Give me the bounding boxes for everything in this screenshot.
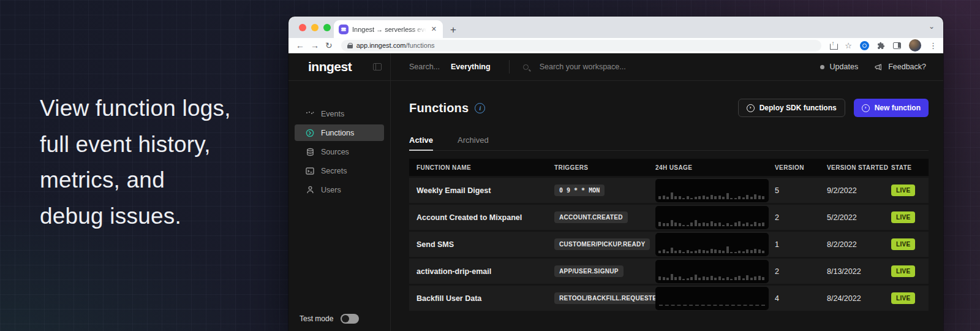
browser-menu-icon[interactable]: ⋮: [929, 41, 937, 50]
lock-icon[interactable]: [347, 43, 353, 48]
sources-database-icon: [306, 148, 314, 156]
sidebar-item-label: Events: [321, 110, 344, 118]
tab-archived[interactable]: Archived: [458, 135, 489, 150]
test-mode-row: Test mode: [288, 314, 390, 331]
test-mode-label: Test mode: [300, 314, 333, 323]
table-row[interactable]: Backfill User Data RETOOL/BACKFILL.REQUE…: [409, 284, 929, 311]
inngest-favicon-icon: [339, 25, 349, 34]
functions-icon: [306, 129, 314, 137]
col-triggers: TRIGGERS: [554, 164, 655, 171]
share-icon[interactable]: [830, 42, 837, 50]
trigger-badge: APP/USER.SIGNUP: [554, 265, 624, 277]
version-value: 4: [775, 294, 827, 303]
sidebar-item-secrets[interactable]: Secrets: [295, 161, 384, 180]
sidebar-nav: Events Functions Sources: [288, 81, 390, 314]
feedback-button[interactable]: Feedback?: [874, 63, 926, 71]
page-title: Functions: [409, 101, 469, 115]
secrets-terminal-icon: [306, 167, 314, 175]
zoom-window-button[interactable]: [323, 24, 331, 31]
table-row[interactable]: Account Created to Mixpanel ACCOUNT.CREA…: [409, 203, 929, 230]
version-started-value: 9/2/2022: [827, 186, 891, 195]
search-scope-selector[interactable]: Everything: [451, 63, 491, 71]
function-name[interactable]: Backfill User Data: [409, 294, 554, 303]
tab-close-icon[interactable]: ✕: [430, 25, 438, 33]
extensions-puzzle-icon[interactable]: [877, 42, 885, 50]
col-version: VERSION: [775, 164, 827, 171]
version-value: 5: [775, 186, 827, 195]
function-tabs: Active Archived: [409, 129, 929, 151]
version-started-value: 8/2/2022: [827, 240, 891, 249]
function-name[interactable]: activation-drip-email: [409, 267, 554, 276]
hero-text: View function logs, full event history, …: [40, 91, 231, 234]
sidebar-item-functions[interactable]: Functions: [295, 124, 384, 141]
circle-arrow-icon: ›: [862, 104, 870, 112]
function-name[interactable]: Send SMS: [409, 240, 554, 249]
table-header: FUNCTION NAME TRIGGERS 24H USAGE VERSION…: [409, 159, 929, 176]
live-state-badge: LIVE: [891, 292, 915, 304]
inngest-app: inngest Search... Everything Updates: [288, 53, 943, 331]
table-row[interactable]: activation-drip-email APP/USER.SIGNUP 2 …: [409, 257, 929, 284]
forward-icon[interactable]: →: [311, 41, 319, 50]
new-function-button[interactable]: › New function: [854, 99, 929, 117]
version-started-value: 8/13/2022: [827, 267, 891, 276]
sidebar-header: inngest: [288, 53, 391, 80]
minimize-window-button[interactable]: [311, 24, 318, 31]
address-bar[interactable]: app.inngest.com/functions: [341, 40, 822, 51]
info-icon[interactable]: i: [475, 103, 485, 113]
version-started-value: 8/24/2022: [827, 294, 891, 303]
back-icon[interactable]: ←: [296, 41, 304, 50]
deploy-button-label: Deploy SDK functions: [760, 104, 837, 112]
marketing-canvas: View function logs, full event history, …: [0, 0, 980, 331]
megaphone-icon: [874, 63, 883, 71]
sidebar: Events Functions Sources: [288, 81, 391, 331]
browser-tab-active[interactable]: Inngest → serverless event-dri ✕: [334, 20, 443, 38]
close-window-button[interactable]: [299, 24, 306, 31]
updates-label: Updates: [830, 63, 859, 71]
workspace-topbar: Search... Everything Updates: [391, 53, 943, 80]
password-manager-extension-icon[interactable]: [860, 41, 869, 50]
sidebar-item-sources[interactable]: Sources: [295, 142, 384, 161]
reload-icon[interactable]: ↻: [325, 41, 333, 50]
usage-sparkline-chart: [655, 260, 769, 283]
browser-toolbar: ← → ↻ app.inngest.com/functions ☆ ⋮: [288, 38, 943, 53]
hero-line: View function logs,: [40, 91, 231, 127]
sidebar-item-label: Secrets: [321, 167, 347, 175]
sidebar-item-events[interactable]: Events: [295, 104, 384, 123]
test-mode-toggle[interactable]: [341, 314, 359, 324]
col-version-started: VERSION STARTED: [827, 164, 891, 171]
users-person-icon: [306, 186, 314, 194]
deploy-sdk-functions-button[interactable]: › Deploy SDK functions: [738, 99, 845, 117]
inngest-logo: inngest: [308, 59, 373, 74]
functions-table: FUNCTION NAME TRIGGERS 24H USAGE VERSION…: [409, 159, 929, 311]
live-state-badge: LIVE: [891, 238, 915, 250]
table-row[interactable]: Weekly Email Digest 0 9 * * MON 5 9/2/20…: [409, 176, 929, 203]
workspace-search-input[interactable]: [540, 63, 699, 71]
trigger-badge: ACCOUNT.CREATED: [554, 211, 628, 223]
function-name[interactable]: Account Created to Mixpanel: [409, 213, 554, 222]
col-24h-usage: 24H USAGE: [655, 164, 775, 171]
side-panel-icon[interactable]: [893, 42, 901, 49]
table-row[interactable]: Send SMS CUSTOMER/PICKUP.READY 1 8/2/202…: [409, 230, 929, 257]
feedback-label: Feedback?: [888, 63, 926, 71]
sidebar-item-label: Functions: [321, 129, 354, 137]
profile-avatar[interactable]: [909, 39, 921, 51]
hero-line: metrics, and: [40, 162, 231, 199]
version-value: 2: [775, 267, 827, 276]
app-body: Events Functions Sources: [288, 81, 943, 331]
usage-sparkline-chart: [655, 179, 769, 202]
tab-search-chevron-icon[interactable]: ⌄: [929, 22, 935, 31]
header-buttons: › Deploy SDK functions › New function: [738, 99, 929, 117]
sidebar-item-users[interactable]: Users: [295, 180, 384, 199]
trigger-badge: CUSTOMER/PICKUP.READY: [554, 238, 650, 250]
live-state-badge: LIVE: [891, 211, 915, 223]
search-label[interactable]: Search...: [409, 63, 440, 71]
sidebar-collapse-icon[interactable]: [373, 63, 382, 70]
new-tab-button[interactable]: +: [450, 25, 456, 35]
browser-tabstrip: Inngest → serverless event-dri ✕ + ⌄: [288, 17, 943, 38]
trigger-badge: RETOOL/BACKFILL.REQUESTED: [554, 292, 666, 304]
tab-active[interactable]: Active: [409, 135, 433, 150]
function-name[interactable]: Weekly Email Digest: [409, 186, 554, 195]
bookmark-star-icon[interactable]: ☆: [845, 42, 852, 50]
search-icon: [523, 64, 529, 70]
updates-button[interactable]: Updates: [820, 63, 859, 71]
